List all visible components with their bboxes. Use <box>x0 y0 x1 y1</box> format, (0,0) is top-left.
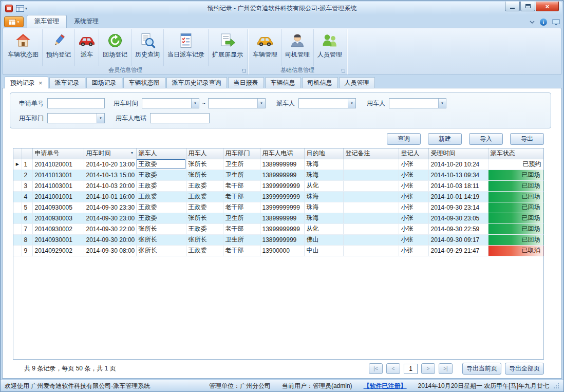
export-current-page-button[interactable]: 导出当前页 <box>462 363 501 375</box>
cell-order-no[interactable]: 20141020001 <box>32 159 84 170</box>
table-row[interactable]: 4 20141001001 2014-10-01 16:00 王政委 王政委 老… <box>13 191 543 202</box>
cell-order-no[interactable]: 20141003001 <box>32 180 84 191</box>
cell-phone[interactable]: 1389999999 <box>260 234 304 245</box>
dispatcher-dropdown[interactable]: ▼ <box>298 98 356 108</box>
user-dropdown[interactable]: ▼ <box>389 98 446 108</box>
cell-phone[interactable]: 13900000 <box>260 245 304 256</box>
cell-accept-time[interactable]: 2014-10-13 09:34 <box>428 170 488 180</box>
cell-dept[interactable]: 卫生所 <box>223 213 260 223</box>
cell-dispatcher[interactable]: 王政委 <box>136 159 186 170</box>
cell-registrar[interactable]: 小张 <box>399 191 428 202</box>
first-page-button[interactable]: |< <box>369 363 383 374</box>
cell-order-no[interactable]: 20140930005 <box>32 202 84 213</box>
cell-registrar[interactable]: 小张 <box>399 159 428 170</box>
cell-order-no[interactable]: 20141013001 <box>32 170 84 180</box>
cell-remark[interactable] <box>343 202 399 213</box>
col-header-user[interactable]: 用车人 <box>186 148 223 159</box>
app-menu-button[interactable]: ▾ <box>4 16 24 27</box>
table-row[interactable]: ▶ 1 20141020001 2014-10-20 13:00 王政委 张所长… <box>13 159 543 170</box>
driver-manage-button[interactable]: 司机管理 <box>281 29 314 66</box>
cell-destination[interactable]: 佛山 <box>304 234 343 245</box>
cell-remark[interactable] <box>343 245 399 256</box>
cell-registrar[interactable]: 小张 <box>399 170 428 180</box>
next-page-button[interactable]: > <box>421 363 435 374</box>
col-header-accept-time[interactable]: 受理时间 <box>428 148 488 159</box>
cell-dispatcher[interactable]: 王政委 <box>136 202 186 213</box>
cell-use-time[interactable]: 2014-09-30 23:30 <box>84 202 136 213</box>
display-style-icon[interactable] <box>552 19 560 26</box>
col-header-dispatch-status[interactable]: 派车状态 <box>488 148 543 159</box>
help-icon[interactable]: i <box>540 18 547 26</box>
cell-accept-time[interactable]: 2014-09-30 23:14 <box>428 202 488 213</box>
history-query-button[interactable]: 历史查询 <box>131 29 164 66</box>
cell-accept-time[interactable]: 2014-10-01 14:19 <box>428 191 488 202</box>
last-page-button[interactable]: >| <box>439 363 453 374</box>
cell-use-time[interactable]: 2014-10-13 15:00 <box>84 170 136 180</box>
dialog-launcher-icon[interactable] <box>342 69 345 72</box>
cell-destination[interactable]: 珠海 <box>304 191 343 202</box>
cell-user[interactable]: 王政委 <box>186 191 223 202</box>
row-selector-cell[interactable] <box>13 202 22 213</box>
cell-phone[interactable]: 13999999999 <box>260 202 304 213</box>
cell-dispatch-status[interactable]: 已回场 <box>488 191 543 202</box>
dept-dropdown[interactable]: ▼ <box>47 113 105 123</box>
table-row[interactable]: 5 20140930005 2014-09-30 23:30 王政委 王政委 老… <box>13 202 543 213</box>
table-row[interactable]: 2 20141013001 2014-10-13 15:00 王政委 张所长 卫… <box>13 170 543 180</box>
sort-indicator-icon[interactable]: ▼ <box>130 151 134 155</box>
cell-destination[interactable]: 珠海 <box>304 159 343 170</box>
cell-accept-time[interactable]: 2014-09-29 21:47 <box>428 245 488 256</box>
cell-user[interactable]: 张所长 <box>186 234 223 245</box>
cell-destination[interactable]: 珠海 <box>304 213 343 223</box>
col-header-remark[interactable]: 登记备注 <box>343 148 399 159</box>
row-selector-cell[interactable] <box>13 180 22 191</box>
page-number-input[interactable] <box>404 364 418 374</box>
close-tab-icon[interactable]: × <box>39 80 43 86</box>
cell-destination[interactable]: 珠海 <box>304 170 343 180</box>
cell-accept-time[interactable]: 2014-09-30 23:05 <box>428 213 488 223</box>
close-button[interactable]: × <box>536 2 559 11</box>
collapse-ribbon-icon[interactable] <box>530 21 535 24</box>
cell-dispatcher[interactable]: 王政委 <box>136 170 186 180</box>
cell-order-no[interactable]: 20140930002 <box>32 223 84 234</box>
table-row[interactable]: 9 20140929002 2014-09-30 08:00 张所长 王政委 老… <box>13 245 543 256</box>
cell-registrar[interactable]: 小张 <box>399 213 428 223</box>
col-header-registrar[interactable]: 登记人 <box>399 148 428 159</box>
cell-dispatch-status[interactable]: 已回场 <box>488 213 543 223</box>
cell-dispatch-status[interactable]: 已取消 <box>488 245 543 256</box>
cell-dept[interactable]: 老干部 <box>223 191 260 202</box>
cell-dispatcher[interactable]: 王政委 <box>136 213 186 223</box>
export-all-pages-button[interactable]: 导出全部页 <box>505 363 544 375</box>
cell-destination[interactable]: 珠海 <box>304 202 343 213</box>
cell-dispatch-status[interactable]: 已回场 <box>488 223 543 234</box>
doc-tab-history-query[interactable]: 派车历史记录查询 <box>166 77 227 88</box>
cell-phone[interactable]: 1389999999 <box>260 159 304 170</box>
cell-accept-time[interactable]: 2014-10-20 10:24 <box>428 159 488 170</box>
cell-dept[interactable]: 卫生所 <box>223 159 260 170</box>
vehicle-manage-button[interactable]: 车辆管理 <box>249 29 281 66</box>
cell-dispatch-status[interactable]: 已回场 <box>488 234 543 245</box>
cell-order-no[interactable]: 20140930003 <box>32 213 84 223</box>
cell-remark[interactable] <box>343 234 399 245</box>
cell-remark[interactable] <box>343 180 399 191</box>
cell-use-time[interactable]: 2014-09-30 23:00 <box>84 213 136 223</box>
quick-access-icon[interactable] <box>16 5 24 12</box>
dialog-launcher-icon[interactable] <box>242 69 246 72</box>
phone-input[interactable] <box>150 113 210 123</box>
minimize-button[interactable] <box>505 2 520 11</box>
row-selector-cell[interactable] <box>13 170 22 180</box>
cell-accept-time[interactable]: 2014-10-03 18:11 <box>428 180 488 191</box>
cell-remark[interactable] <box>343 170 399 180</box>
return-register-button[interactable]: 回场登记 <box>99 29 131 66</box>
cell-dept[interactable]: 老干部 <box>223 202 260 213</box>
cell-dispatch-status[interactable]: 已回场 <box>488 202 543 213</box>
cell-registrar[interactable]: 小张 <box>399 202 428 213</box>
table-row[interactable]: 7 20140930002 2014-09-30 22:00 张所长 王政委 老… <box>13 223 543 234</box>
cell-destination[interactable]: 从化 <box>304 180 343 191</box>
cell-destination[interactable]: 从化 <box>304 223 343 234</box>
table-row[interactable]: 3 20141003001 2014-10-03 20:00 王政委 王政委 老… <box>13 180 543 191</box>
cell-order-no[interactable]: 20140930001 <box>32 234 84 245</box>
row-selector-cell[interactable] <box>13 245 22 256</box>
doc-tab-reservation-records[interactable]: 预约记录 × <box>5 77 48 88</box>
cell-registrar[interactable]: 小张 <box>399 245 428 256</box>
cell-dispatcher[interactable]: 张所长 <box>136 223 186 234</box>
